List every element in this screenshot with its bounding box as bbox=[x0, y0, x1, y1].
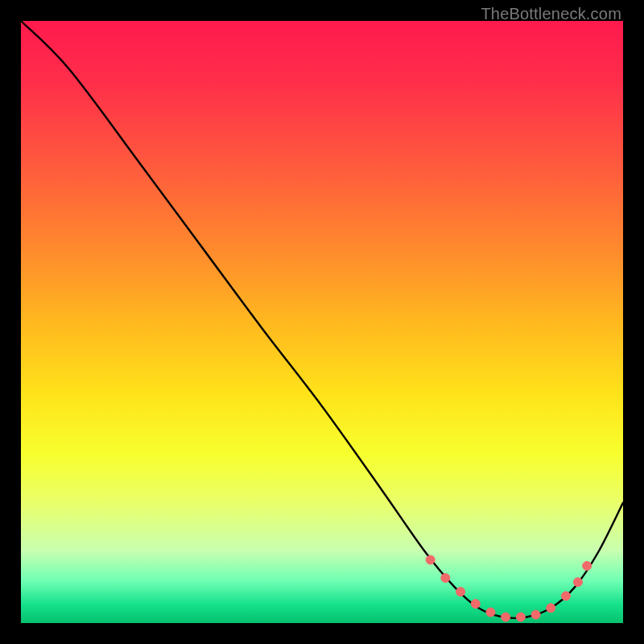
marker-dot bbox=[516, 613, 525, 621]
chart-stage: TheBottleneck.com bbox=[0, 0, 644, 644]
marker-dot bbox=[471, 600, 480, 609]
marker-dot bbox=[456, 588, 465, 597]
marker-dot bbox=[486, 608, 495, 617]
marker-dot bbox=[583, 561, 592, 570]
plot-area bbox=[21, 21, 623, 623]
curve-line bbox=[21, 21, 623, 618]
marker-dot bbox=[441, 573, 450, 582]
marker-dot bbox=[547, 604, 555, 613]
marker-dot bbox=[502, 613, 510, 621]
marker-dot bbox=[426, 555, 435, 564]
curve-svg bbox=[21, 21, 623, 623]
marker-dot bbox=[573, 578, 582, 587]
marker-dot bbox=[531, 610, 540, 619]
marker-dot bbox=[561, 592, 570, 601]
marker-dots bbox=[426, 555, 591, 621]
